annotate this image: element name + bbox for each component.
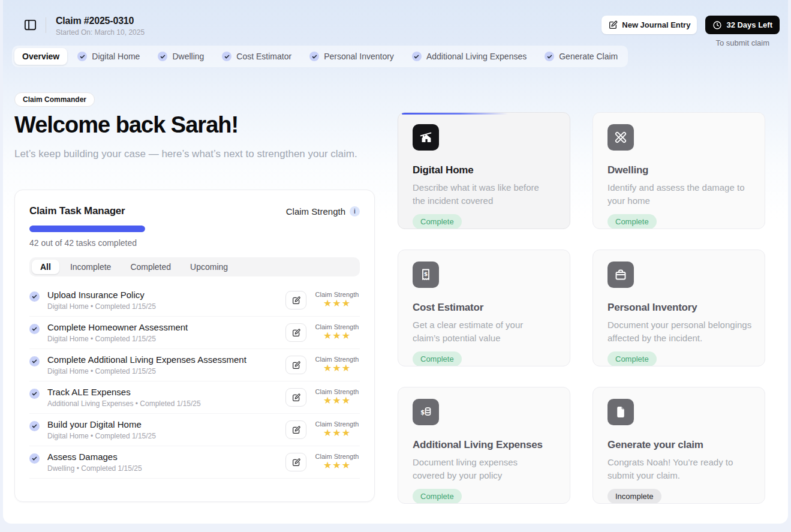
days-left-label: 32 Days Left xyxy=(726,20,772,29)
task-check-icon xyxy=(29,389,40,399)
filter-all[interactable]: All xyxy=(32,260,59,274)
house-icon xyxy=(413,124,439,151)
active-module-indicator xyxy=(402,113,508,115)
left-column: Claim Commander Welcome back Sarah! Let’… xyxy=(14,67,375,504)
task-title: Complete Additional Living Expenses Asse… xyxy=(47,354,285,365)
claim-task-manager-card: Claim Task Manager Claim Strength i 42 o… xyxy=(14,190,375,502)
new-journal-entry-label: New Journal Entry xyxy=(622,20,690,29)
coins-icon xyxy=(413,399,439,425)
tab-cost-estimator[interactable]: Cost Estimator xyxy=(214,48,299,65)
tab-label: Additional Living Expenses xyxy=(426,52,527,61)
task-title: Assess Damages xyxy=(47,452,285,462)
row-claim-strength-label: Claim Strength xyxy=(314,323,360,330)
task-meta: Digital Home • Completed 1/15/25 xyxy=(47,335,285,343)
tab-generate-claim[interactable]: Generate Claim xyxy=(537,48,625,65)
tab-label: Personal Inventory xyxy=(324,52,394,61)
filter-upcoming[interactable]: Upcoming xyxy=(182,260,236,274)
task-meta: Digital Home • Completed 1/15/25 xyxy=(47,367,285,375)
clock-icon xyxy=(712,20,722,30)
main-content: Claim Commander Welcome back Sarah! Let’… xyxy=(3,67,788,504)
tab-additional-living-expenses[interactable]: Additional Living Expenses xyxy=(404,48,534,65)
progress-fill xyxy=(29,226,145,232)
task-row: Track ALE Expenses Additional Living Exp… xyxy=(29,381,360,414)
tab-label: Generate Claim xyxy=(559,52,618,61)
tab-overview[interactable]: Overview xyxy=(14,48,67,65)
edit-task-button[interactable] xyxy=(285,420,306,439)
module-description: Document living expenses covered by your… xyxy=(413,456,551,482)
info-icon[interactable]: i xyxy=(350,206,360,217)
days-left-caption: To submit claim xyxy=(715,38,769,47)
module-title: Additional Living Expenses xyxy=(413,439,555,451)
welcome-subtitle: Let’s keep building your case — here’s w… xyxy=(14,148,375,160)
claim-title: Claim #2025-0310 xyxy=(56,16,145,26)
task-check-icon xyxy=(29,291,40,302)
module-status-badge: Complete xyxy=(607,351,657,366)
star-rating: ★★★ xyxy=(314,395,360,406)
module-title: Cost Estimator xyxy=(413,302,555,314)
module-status-badge: Complete xyxy=(413,351,462,366)
claim-strength-text: Claim Strength xyxy=(286,206,345,217)
filter-label: Completed xyxy=(130,262,171,272)
edit-icon xyxy=(291,425,301,435)
task-title: Track ALE Expenses xyxy=(47,387,285,397)
edit-icon xyxy=(291,393,301,402)
tab-bar: Overview Digital Home Dwelling Cost Esti… xyxy=(12,46,628,67)
check-circle-icon xyxy=(158,52,167,61)
file-icon xyxy=(607,399,634,425)
check-circle-icon xyxy=(412,52,422,61)
star-rating: ★★★ xyxy=(314,428,360,438)
module-title: Generate your claim xyxy=(607,439,750,451)
module-description: Describe what it was like before the inc… xyxy=(413,181,551,208)
edit-task-button[interactable] xyxy=(285,356,306,374)
module-status-badge: Complete xyxy=(607,214,657,229)
module-title: Dwelling xyxy=(607,164,750,176)
task-row: Complete Homeowner Assessment Digital Ho… xyxy=(29,317,360,349)
module-description: Get a clear estimate of your claim’s pot… xyxy=(413,318,551,345)
filter-incomplete[interactable]: Incomplete xyxy=(62,260,119,274)
task-check-icon xyxy=(29,421,40,431)
module-description: Document your personal belongings affect… xyxy=(607,318,755,345)
days-left-button[interactable]: 32 Days Left xyxy=(705,16,780,34)
task-row: Build your Digital Home Digital Home • C… xyxy=(29,414,360,446)
task-row: Upload Insurance Policy Digital Home • C… xyxy=(29,284,360,317)
tab-dwelling[interactable]: Dwelling xyxy=(150,48,212,65)
task-meta: Digital Home • Completed 1/15/25 xyxy=(47,432,285,440)
check-circle-icon xyxy=(545,52,554,61)
edit-task-button[interactable] xyxy=(285,291,306,309)
module-card-cost-estimator[interactable]: Cost Estimator Get a clear estimate of y… xyxy=(398,250,570,366)
module-status-badge: Complete xyxy=(413,214,462,229)
module-card-personal-inventory[interactable]: Personal Inventory Document your persona… xyxy=(593,250,765,366)
row-claim-strength-label: Claim Strength xyxy=(314,453,360,460)
module-card-additional-living-expenses[interactable]: Additional Living Expenses Document livi… xyxy=(398,387,570,504)
header-divider xyxy=(46,17,46,33)
pen-icon xyxy=(608,20,618,30)
module-title: Digital Home xyxy=(413,164,555,176)
sidebar-toggle-button[interactable] xyxy=(23,17,37,32)
tab-digital-home[interactable]: Digital Home xyxy=(70,48,148,65)
star-rating: ★★★ xyxy=(314,363,360,374)
edit-icon xyxy=(291,458,301,467)
module-card-digital-home[interactable]: Digital Home Describe what it was like b… xyxy=(398,112,570,229)
edit-icon xyxy=(291,360,301,370)
module-status-badge: Complete xyxy=(413,489,462,504)
star-rating: ★★★ xyxy=(314,298,360,309)
new-journal-entry-button[interactable]: New Journal Entry xyxy=(601,16,697,34)
task-check-icon xyxy=(29,324,40,334)
module-card-dwelling[interactable]: Dwelling Identify and assess the damage … xyxy=(593,112,765,229)
tab-label: Overview xyxy=(22,52,59,61)
tab-personal-inventory[interactable]: Personal Inventory xyxy=(302,48,402,65)
filter-completed[interactable]: Completed xyxy=(122,260,179,274)
star-rating: ★★★ xyxy=(314,330,360,341)
task-title: Complete Homeowner Assessment xyxy=(47,322,285,332)
edit-task-button[interactable] xyxy=(285,323,306,342)
module-card-generate-your-claim[interactable]: Generate your claim Congrats Noah! You’r… xyxy=(593,387,765,504)
task-meta: Dwelling • Completed 1/15/25 xyxy=(47,464,285,473)
edit-icon xyxy=(291,328,301,338)
check-circle-icon xyxy=(77,52,87,61)
module-title: Personal Inventory xyxy=(607,302,750,314)
claim-strength-label: Claim Strength i xyxy=(286,206,360,217)
edit-task-button[interactable] xyxy=(285,453,306,471)
edit-task-button[interactable] xyxy=(285,388,306,407)
task-check-icon xyxy=(29,453,40,464)
welcome-heading: Welcome back Sarah! xyxy=(14,112,375,138)
